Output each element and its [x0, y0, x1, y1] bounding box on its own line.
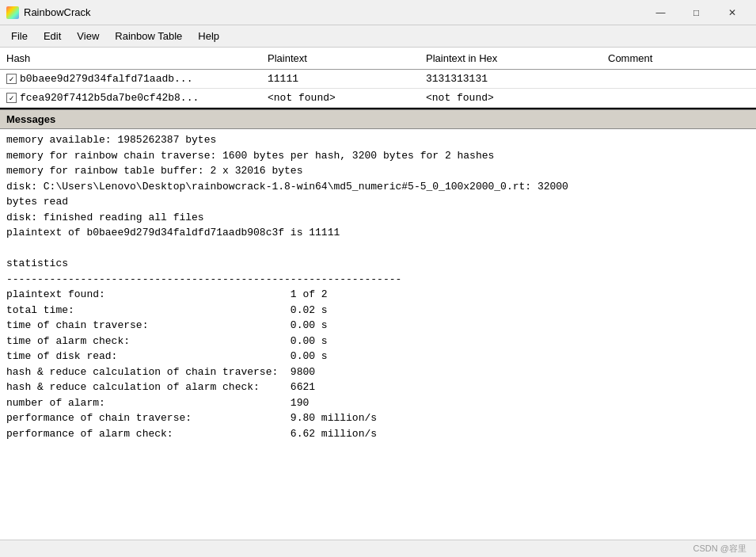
table-row: ✓ fcea920f7412b5da7be0cf42b8... <not fou… [0, 89, 756, 108]
app-icon [6, 6, 19, 19]
cell-plaintext-2: <not found> [261, 90, 420, 105]
table-row: ✓ b0baee9d279d34falfd71aadb... 11111 313… [0, 70, 756, 89]
cell-hex-2: <not found> [420, 90, 602, 105]
header-comment: Comment [602, 51, 756, 66]
menubar: File Edit View Rainbow Table Help [0, 25, 756, 48]
menu-edit[interactable]: Edit [36, 27, 69, 45]
footer: CSDN @容里 [0, 540, 756, 557]
menu-view[interactable]: View [69, 27, 107, 45]
messages-section: Messages memory available: 1985262387 by… [0, 109, 756, 540]
cell-plaintext-1: 11111 [261, 71, 420, 86]
titlebar: RainbowCrack — □ ✕ [0, 0, 756, 25]
close-button[interactable]: ✕ [714, 1, 750, 25]
menu-help[interactable]: Help [190, 27, 227, 45]
main-content: Hash Plaintext Plaintext in Hex Comment … [0, 48, 756, 540]
cell-hash-2: ✓ fcea920f7412b5da7be0cf42b8... [0, 90, 261, 105]
cell-hex-1: 3131313131 [420, 71, 602, 86]
table-header: Hash Plaintext Plaintext in Hex Comment [0, 48, 756, 70]
menu-file[interactable]: File [3, 27, 36, 45]
checkbox-2[interactable]: ✓ [6, 93, 17, 103]
results-table: Hash Plaintext Plaintext in Hex Comment … [0, 48, 756, 109]
titlebar-title: RainbowCrack [24, 6, 643, 18]
cell-comment-2 [602, 90, 756, 105]
watermark: CSDN @容里 [693, 543, 747, 555]
minimize-button[interactable]: — [643, 1, 678, 25]
cell-comment-1 [602, 71, 756, 86]
header-plaintext-hex: Plaintext in Hex [420, 51, 602, 66]
header-hash: Hash [0, 51, 261, 66]
messages-header: Messages [0, 109, 756, 129]
checkbox-1[interactable]: ✓ [6, 74, 17, 84]
messages-content[interactable]: memory available: 1985262387 bytes memor… [0, 129, 756, 540]
menu-rainbow-table[interactable]: Rainbow Table [107, 27, 190, 45]
header-plaintext: Plaintext [261, 51, 420, 66]
maximize-button[interactable]: □ [678, 1, 714, 25]
titlebar-buttons: — □ ✕ [643, 1, 750, 25]
cell-hash-1: ✓ b0baee9d279d34falfd71aadb... [0, 71, 261, 86]
